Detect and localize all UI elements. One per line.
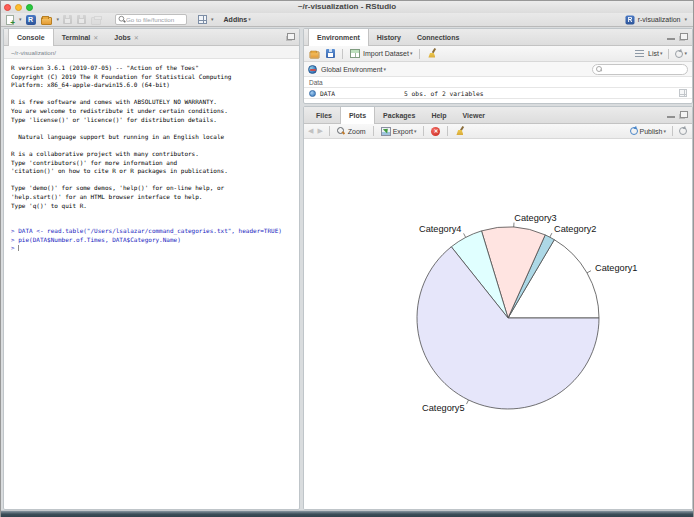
tab-help[interactable]: Help xyxy=(423,107,454,123)
print-icon xyxy=(91,17,101,25)
import-dataset-caret-icon: ▾ xyxy=(410,51,413,56)
console-line: Type 'license()' or 'licence()' for dist… xyxy=(11,116,299,125)
import-dataset-label: Import Dataset xyxy=(363,50,409,57)
next-plot-button[interactable]: ▶ xyxy=(317,127,322,135)
tab-plots[interactable]: Plots xyxy=(340,107,375,124)
window-title: ~/r-visualization - RStudio xyxy=(1,2,693,11)
export-caret-icon: ▾ xyxy=(414,129,417,134)
tab-jobs-close-icon[interactable]: ✕ xyxy=(134,34,139,41)
new-file-caret-icon[interactable]: ▾ xyxy=(19,17,22,22)
console-maximize-icon[interactable] xyxy=(287,33,295,40)
object-name: DATA xyxy=(320,90,400,97)
environment-section-label: Data xyxy=(304,77,692,87)
divider xyxy=(672,126,673,136)
console-line: Platform: x86_64-apple-darwin15.6.0 (64-… xyxy=(11,81,299,90)
console-line: Type 'contributors()' for more informati… xyxy=(11,159,299,168)
publish-icon xyxy=(630,127,638,135)
goto-file-box xyxy=(115,14,187,25)
view-data-icon[interactable] xyxy=(679,89,687,97)
refresh-plot-button[interactable] xyxy=(678,125,688,137)
save-all-button[interactable] xyxy=(76,14,87,26)
broom-icon xyxy=(455,126,465,137)
environment-search-input[interactable] xyxy=(605,66,685,73)
save-workspace-button[interactable] xyxy=(325,48,336,60)
zoom-plot-button[interactable]: Zoom xyxy=(336,125,367,137)
import-dataset-button[interactable]: Import Dataset ▾ xyxy=(349,48,413,60)
project-caret-icon: ▾ xyxy=(684,17,687,22)
console-line xyxy=(11,210,299,219)
pie-label-tick xyxy=(464,233,466,237)
tab-history-label: History xyxy=(377,34,401,41)
console-line: Type 'demo()' for some demos, 'help()' f… xyxy=(11,184,299,193)
open-file-button[interactable] xyxy=(40,14,53,26)
open-recent-caret-icon[interactable]: ▾ xyxy=(57,17,60,22)
object-summary: 5 obs. of 2 variables xyxy=(404,90,484,97)
environment-minimize-icon[interactable] xyxy=(667,33,675,40)
environment-maximize-icon[interactable] xyxy=(680,33,688,40)
environment-scope-caret-icon: ▾ xyxy=(383,67,386,72)
previous-plot-button[interactable]: ◀ xyxy=(308,127,313,135)
tab-console[interactable]: Console xyxy=(8,29,54,46)
console-pane: Console Terminal✕ Jobs✕ ~/r-visualizatio… xyxy=(3,28,300,510)
tab-environment[interactable]: Environment xyxy=(308,29,369,46)
tab-jobs[interactable]: Jobs✕ xyxy=(106,29,146,45)
new-file-button[interactable] xyxy=(5,14,15,26)
console-line xyxy=(11,90,299,99)
tab-connections-label: Connections xyxy=(417,34,459,41)
plots-pane: Files Plots Packages Help Viewer ◀ ▶ Zoo… xyxy=(303,106,693,510)
pane-layout-icon[interactable] xyxy=(198,15,207,24)
tab-viewer[interactable]: Viewer xyxy=(455,107,493,123)
tab-viewer-label: Viewer xyxy=(463,112,485,119)
clear-plots-button[interactable] xyxy=(454,125,466,137)
tab-help-label: Help xyxy=(431,112,446,119)
pie-label: Category4 xyxy=(419,224,461,234)
load-workspace-button[interactable] xyxy=(308,48,321,60)
plots-maximize-icon[interactable] xyxy=(680,111,688,118)
environment-search-box xyxy=(592,64,688,75)
clear-environment-button[interactable] xyxy=(426,48,438,60)
list-view-label: List xyxy=(648,50,659,57)
divider xyxy=(342,49,343,59)
console-line: R is free software and comes with ABSOLU… xyxy=(11,98,299,107)
tab-history[interactable]: History xyxy=(369,29,409,45)
import-dataset-icon xyxy=(350,49,360,58)
save-all-icon xyxy=(77,15,86,24)
dataframe-icon xyxy=(309,90,316,97)
refresh-icon xyxy=(679,127,687,135)
load-workspace-icon xyxy=(310,51,320,58)
addins-button[interactable]: Addins ▾ xyxy=(223,14,252,26)
refresh-environment-button[interactable]: ▾ xyxy=(674,48,688,60)
pie-label-tick xyxy=(587,271,591,273)
tab-packages[interactable]: Packages xyxy=(375,107,423,123)
environment-object-row[interactable]: DATA 5 obs. of 2 variables xyxy=(304,87,692,99)
console-tabbar: Console Terminal✕ Jobs✕ xyxy=(4,29,299,46)
console-line xyxy=(11,219,299,228)
refresh-icon xyxy=(675,50,683,58)
list-view-button[interactable]: List ▾ xyxy=(647,48,663,60)
export-plot-button[interactable]: Export ▾ xyxy=(380,125,418,137)
project-menu-button[interactable]: R r-visualization ▾ xyxy=(625,15,687,25)
save-button[interactable] xyxy=(62,14,73,26)
print-button[interactable] xyxy=(90,14,102,26)
project-name-label: r-visualization xyxy=(638,16,681,23)
tab-terminal[interactable]: Terminal✕ xyxy=(54,29,107,45)
environment-scope-label: Global Environment xyxy=(321,66,382,73)
environment-scope-button[interactable]: Global Environment ▾ xyxy=(320,63,387,75)
tab-terminal-label: Terminal xyxy=(62,34,91,41)
pane-layout-caret-icon[interactable]: ▾ xyxy=(211,17,214,22)
new-project-button[interactable]: R xyxy=(25,14,37,26)
open-folder-icon xyxy=(41,17,52,25)
project-icon: R xyxy=(625,15,634,24)
environment-scope-row: Global Environment ▾ xyxy=(304,62,692,77)
publish-button[interactable]: Publish ▾ xyxy=(629,125,667,137)
plots-minimize-icon[interactable] xyxy=(667,111,675,118)
remove-plot-button[interactable] xyxy=(430,125,441,137)
tab-connections[interactable]: Connections xyxy=(409,29,467,45)
tab-jobs-label: Jobs xyxy=(114,34,130,41)
goto-file-input[interactable] xyxy=(126,16,184,23)
tab-terminal-close-icon[interactable]: ✕ xyxy=(93,34,98,41)
tab-files[interactable]: Files xyxy=(308,107,340,123)
console-line: 'help.start()' for an HTML browser inter… xyxy=(11,193,299,202)
divider xyxy=(373,126,374,136)
pie-label-tick xyxy=(467,400,469,404)
